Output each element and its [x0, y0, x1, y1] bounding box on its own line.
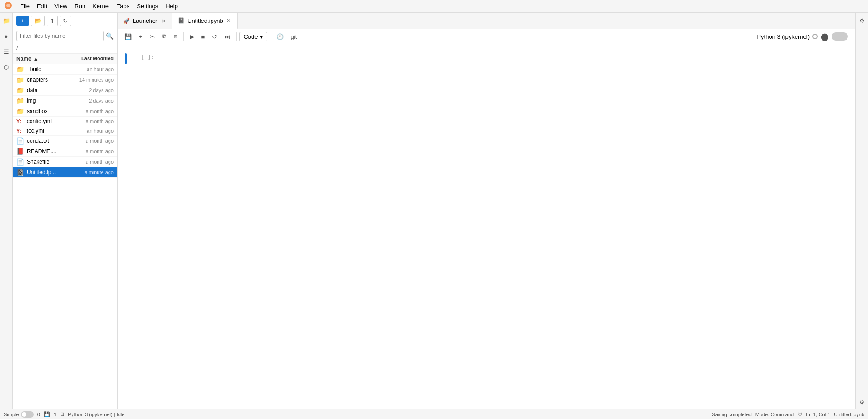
breadcrumb: /: [13, 43, 117, 54]
menu-kernel[interactable]: Kernel: [89, 2, 114, 10]
list-item[interactable]: 📁 sandbox a month ago: [13, 106, 117, 117]
file-panel: + 📂 ⬆ ↻ 🔍 / Name ▲ Last Modified: [13, 13, 118, 409]
file-toolbar: + 📂 ⬆ ↻: [13, 13, 117, 29]
folder-icon: 📁: [16, 87, 24, 94]
file-name: conda.txt: [27, 138, 68, 144]
menu-tabs[interactable]: Tabs: [114, 2, 133, 10]
kernel-status-circle: [812, 34, 818, 39]
restart-button[interactable]: ↺: [209, 31, 220, 42]
file-modified: a month ago: [68, 138, 114, 144]
position-status: Ln 1, Col 1: [806, 412, 830, 417]
kernel-status-area: Python 3 (ipykernel) ⬤: [757, 32, 852, 41]
add-cell-button[interactable]: +: [136, 31, 146, 42]
simple-toggle-switch[interactable]: [21, 411, 34, 418]
mode-status: Mode: Command: [755, 412, 794, 417]
status-right: Saving completed Mode: Command 🛡 Ln 1, C…: [712, 412, 864, 417]
list-item[interactable]: 📁 img 2 days ago: [13, 96, 117, 106]
file-table-header: Name ▲ Last Modified: [13, 54, 117, 64]
cell-editor[interactable]: [158, 53, 848, 64]
icon-sidebar: 📁 ● ☰ ⬡: [0, 13, 13, 409]
cut-icon: ✂: [150, 33, 155, 40]
file-name: chapters: [27, 77, 68, 83]
list-item[interactable]: Y: _config.yml a month ago: [13, 117, 117, 126]
folder-icon: 📁: [16, 108, 24, 115]
running-icon[interactable]: ●: [1, 31, 11, 41]
file-name: sandbox: [27, 108, 68, 114]
launcher-tab-close[interactable]: ×: [161, 17, 166, 25]
list-item[interactable]: 📁 chapters 14 minutes ago: [13, 75, 117, 85]
file-name: _config.yml: [24, 118, 68, 124]
menu-view[interactable]: View: [51, 2, 71, 10]
cell-active-indicator: [125, 53, 127, 64]
tab-notebook[interactable]: 📓 Untitled.ipynb ×: [172, 13, 238, 29]
tab-bar: 🚀 Launcher × 📓 Untitled.ipynb ×: [118, 13, 855, 29]
cut-button[interactable]: ✂: [147, 31, 158, 42]
menu-run[interactable]: Run: [71, 2, 89, 10]
file-name: Snakefile: [27, 159, 68, 165]
copy-button[interactable]: ⧉: [159, 31, 170, 42]
save-button[interactable]: 💾: [121, 31, 135, 42]
add-icon: +: [139, 33, 143, 40]
upload-button[interactable]: ⬆: [46, 16, 58, 26]
refresh-button[interactable]: ↻: [60, 16, 71, 26]
folder-icon: 📁: [16, 66, 24, 73]
notebook-toolbar: 💾 + ✂ ⧉ ⧆ ▶ ■ ↺: [118, 29, 855, 44]
menu-help[interactable]: Help: [162, 2, 181, 10]
toolbar-divider-2: [236, 32, 237, 41]
paste-button[interactable]: ⧆: [170, 31, 181, 42]
file-list: 📁 _build an hour ago 📁 chapters 14 minut…: [13, 64, 117, 409]
new-button[interactable]: +: [16, 16, 29, 26]
file-modified: a month ago: [68, 149, 114, 154]
cell-area: [ ]:: [118, 44, 855, 409]
fast-forward-icon: ⏭: [224, 33, 230, 40]
list-item[interactable]: Y: _toc.yml an hour ago: [13, 126, 117, 136]
tab-launcher[interactable]: 🚀 Launcher ×: [118, 13, 172, 29]
clock-button[interactable]: 🕐: [273, 31, 287, 42]
list-item[interactable]: 📓 Untitled.ip... a minute ago: [13, 167, 117, 178]
right-settings-icon[interactable]: ⚙: [857, 399, 867, 409]
notebook-icon: 📓: [16, 169, 24, 176]
cell-type-selector[interactable]: Code ▾: [239, 32, 267, 41]
extensions-icon[interactable]: ⬡: [1, 62, 11, 72]
list-item[interactable]: 📁 data 2 days ago: [13, 85, 117, 96]
stop-icon: ■: [202, 33, 205, 40]
folder-icon: 📁: [16, 76, 24, 83]
cell-prompt: [ ]:: [130, 53, 158, 61]
menu-edit[interactable]: Edit: [33, 2, 51, 10]
plus-icon: +: [21, 17, 25, 24]
toolbar-divider-3: [270, 32, 270, 41]
file-modified: 14 minutes ago: [68, 77, 114, 83]
launcher-tab-label: Launcher: [133, 17, 158, 24]
search-input[interactable]: [16, 31, 104, 41]
file-modified: 2 days ago: [68, 98, 114, 103]
cell-count: 0: [37, 412, 40, 417]
app-logo: [4, 1, 13, 11]
notebook-tab-close[interactable]: ×: [226, 17, 232, 24]
list-item[interactable]: 📕 README.... a month ago: [13, 146, 117, 157]
kernel-info-status: Python 3 (ipykernel) | Idle: [68, 412, 125, 417]
fast-forward-button[interactable]: ⏭: [221, 31, 233, 42]
file-name: img: [27, 98, 68, 104]
upload-icon: ⬆: [50, 17, 55, 24]
paste-icon: ⧆: [174, 33, 177, 40]
simple-label: Simple: [4, 412, 19, 417]
kernel-toggle[interactable]: [832, 32, 848, 41]
files-icon[interactable]: 📁: [1, 16, 11, 26]
list-item[interactable]: 📄 Snakefile a month ago: [13, 157, 117, 167]
menu-file[interactable]: File: [16, 2, 33, 10]
run-button[interactable]: ▶: [186, 31, 197, 42]
code-cell: [ ]:: [125, 52, 848, 66]
menu-settings[interactable]: Settings: [133, 2, 162, 10]
git-label: git: [291, 33, 297, 40]
list-item[interactable]: 📄 conda.txt a month ago: [13, 136, 117, 146]
toc-icon[interactable]: ☰: [1, 47, 11, 57]
git-button[interactable]: git: [288, 31, 300, 42]
property-inspector-icon[interactable]: ⚙: [857, 16, 867, 26]
save-icon: 💾: [124, 33, 132, 40]
stop-button[interactable]: ■: [198, 31, 208, 42]
name-column-header[interactable]: Name ▲: [16, 56, 68, 62]
open-folder-button[interactable]: 📂: [31, 16, 45, 26]
list-item[interactable]: 📁 _build an hour ago: [13, 64, 117, 75]
search-icon: 🔍: [106, 32, 114, 40]
filename-status: Untitled.ipynb: [834, 412, 864, 417]
